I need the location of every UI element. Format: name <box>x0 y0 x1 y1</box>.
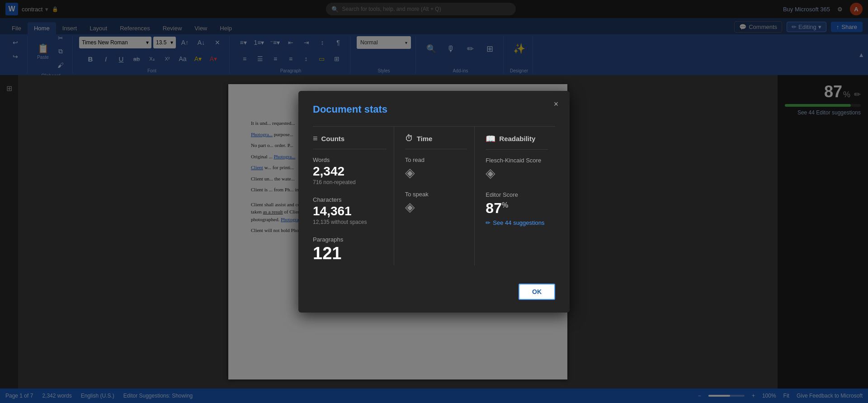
ok-button[interactable]: OK <box>519 284 555 300</box>
modal-overlay[interactable]: Document stats × ≡ Counts Words 2,342 71… <box>0 0 868 403</box>
modal-footer: OK <box>313 276 555 300</box>
time-icon: ⏱ <box>405 134 413 143</box>
tospeak-stat: To speak ◈ <box>405 184 467 218</box>
paragraphs-stat: Paragraphs 121 <box>313 229 387 266</box>
stats-grid: ≡ Counts Words 2,342 716 non-repeated Ch… <box>313 126 555 266</box>
see-suggestions-link[interactable]: ✏ See 44 suggestions <box>486 219 548 226</box>
readability-column: 📖 Readability Flesch-Kincaid Score ◈ Edi… <box>474 127 555 266</box>
editor-score-stat: Editor Score 87% ✏ See 44 suggestions <box>486 184 548 230</box>
editor-score-value: 87% <box>486 200 548 217</box>
counts-column: ≡ Counts Words 2,342 716 non-repeated Ch… <box>313 127 394 266</box>
counts-header: ≡ Counts <box>313 127 387 149</box>
modal-close-button[interactable]: × <box>550 98 562 111</box>
counts-icon: ≡ <box>313 134 318 143</box>
time-header: ⏱ Time <box>405 127 467 149</box>
document-stats-modal: Document stats × ≡ Counts Words 2,342 71… <box>298 91 570 313</box>
words-stat: Words 2,342 716 non-repeated <box>313 149 387 189</box>
readability-icon: 📖 <box>486 134 495 144</box>
characters-stat: Characters 14,361 12,135 without spaces <box>313 189 387 229</box>
toread-stat: To read ◈ <box>405 149 467 184</box>
readability-header: 📖 Readability <box>486 127 548 150</box>
time-column: ⏱ Time To read ◈ To speak ◈ <box>394 127 475 266</box>
pen-icon: ✏ <box>486 219 491 226</box>
modal-title: Document stats <box>313 104 555 115</box>
flesch-kincaid-stat: Flesch-Kincaid Score ◈ <box>486 150 548 184</box>
